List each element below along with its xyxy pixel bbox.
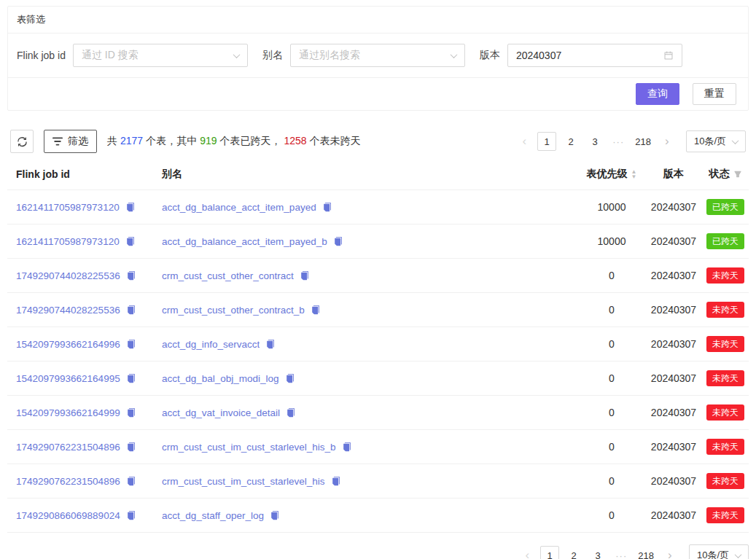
filter-button[interactable]: 筛选 [44, 130, 97, 153]
table-row: 1542097993662164995 acct_dg_bal_obj_modi… [7, 361, 749, 396]
copy-icon[interactable] [311, 305, 321, 315]
refresh-icon [17, 136, 28, 147]
prev-page-button[interactable]: ‹ [516, 132, 532, 151]
alias-link[interactable]: acct_dg_balance_acct_item_payed [162, 202, 316, 213]
flink-job-id-link[interactable]: 1621411705987973120 [16, 236, 120, 247]
priority-cell: 0 [578, 396, 645, 430]
alias-link[interactable]: acct_dg_balance_acct_item_payed_b [162, 236, 327, 247]
page-2-button[interactable]: 2 [561, 132, 580, 151]
flink-job-id-link[interactable]: 1749290744028225536 [16, 305, 120, 316]
summary-part2: 个表，其中 [146, 135, 197, 146]
version-cell: 20240307 [645, 464, 702, 499]
copy-icon[interactable] [126, 373, 136, 383]
last-page-button[interactable]: 218 [635, 546, 657, 559]
version-date-value: 20240307 [516, 50, 561, 61]
total-count: 2177 [120, 135, 143, 146]
alias-link[interactable]: crm_cust_cust_im_cust_starlevel_his_b [162, 442, 336, 453]
refresh-button[interactable] [10, 130, 34, 153]
pagination-bottom: ‹ 1 2 3 ··· 218 › 10条/页 [519, 544, 749, 559]
table-header-row: Flink job id 别名 表优先级 ▲▼ 版本 状态 [7, 159, 749, 190]
copy-icon[interactable] [342, 442, 352, 452]
flink-job-id-link[interactable]: 1621411705987973120 [16, 202, 120, 213]
copy-icon[interactable] [126, 270, 136, 281]
page-size-select[interactable]: 10条/页 [686, 130, 746, 152]
alias-link[interactable]: crm_cust_cust_other_contract [162, 270, 294, 281]
summary-part3: 个表已跨天， [220, 135, 281, 146]
copy-icon[interactable] [285, 373, 295, 383]
column-header-priority: 表优先级 ▲▼ [578, 159, 645, 190]
summary-text: 共2177个表，其中919个表已跨天，1258个表未跨天 [107, 135, 506, 148]
copy-icon[interactable] [126, 339, 136, 349]
page-2-button[interactable]: 2 [564, 546, 583, 559]
copy-icon[interactable] [331, 476, 341, 486]
copy-icon[interactable] [270, 510, 280, 520]
chevron-down-icon [233, 51, 240, 58]
column-header-flink-job-id: Flink job id [7, 159, 153, 190]
alias-placeholder: 通过别名搜索 [299, 49, 360, 62]
status-badge: 未跨天 [706, 336, 744, 352]
filter-actions-row: 查询 重置 [8, 78, 748, 110]
priority-cell: 0 [578, 361, 645, 396]
filter-funnel-icon[interactable] [733, 170, 742, 179]
summary-part1: 共 [107, 135, 117, 146]
version-cell: 20240307 [645, 293, 702, 327]
version-cell: 20240307 [645, 190, 702, 224]
flink-job-id-link[interactable]: 1749290762231504896 [16, 442, 120, 453]
next-page-button[interactable]: › [659, 132, 675, 151]
search-button[interactable]: 查询 [636, 83, 679, 105]
version-cell: 20240307 [645, 361, 702, 396]
alias-select[interactable]: 通过别名搜索 [290, 44, 465, 67]
table-row: 1749290866069889024 acct_dg_staff_oper_l… [7, 499, 749, 533]
alias-label: 别名 [262, 49, 283, 62]
alias-link[interactable]: crm_cust_cust_other_contract_b [162, 305, 305, 316]
status-badge: 已跨天 [706, 199, 744, 215]
page-3-button[interactable]: 3 [588, 546, 607, 559]
filter-panel-title: 表筛选 [8, 7, 748, 34]
flink-job-id-link[interactable]: 1542097993662164995 [16, 373, 120, 384]
flink-job-id-link[interactable]: 1749290744028225536 [16, 270, 120, 281]
copy-icon[interactable] [286, 407, 296, 418]
version-cell: 20240307 [645, 259, 702, 293]
copy-icon[interactable] [333, 236, 343, 246]
flink-job-id-link[interactable]: 1749290866069889024 [16, 510, 120, 521]
copy-icon[interactable] [126, 305, 136, 315]
prev-page-button[interactable]: ‹ [519, 546, 535, 559]
page-3-button[interactable]: 3 [585, 132, 604, 151]
filter-panel: 表筛选 Flink job id 通过 ID 搜索 别名 通过别名搜索 版本 [7, 6, 749, 111]
status-badge: 未跨天 [706, 370, 744, 386]
copy-icon[interactable] [126, 510, 136, 520]
copy-icon[interactable] [126, 442, 136, 452]
field-version: 版本 20240307 [480, 44, 682, 67]
page-ellipsis[interactable]: ··· [612, 550, 630, 559]
alias-link[interactable]: acct_dg_staff_oper_log [162, 510, 264, 521]
page-1-button[interactable]: 1 [537, 132, 556, 151]
crossed-count: 919 [200, 135, 217, 146]
sort-carets-icon[interactable]: ▲▼ [631, 169, 637, 179]
status-badge: 未跨天 [706, 439, 744, 455]
flink-job-id-link[interactable]: 1542097993662164996 [16, 339, 120, 350]
alias-link[interactable]: acct_dg_bal_obj_modi_log [162, 373, 279, 384]
flink-job-id-link[interactable]: 1542097993662164999 [16, 407, 120, 418]
status-header-label: 状态 [709, 168, 730, 181]
alias-link[interactable]: acct_dg_info_servacct [162, 339, 260, 350]
copy-icon[interactable] [265, 339, 276, 349]
copy-icon[interactable] [300, 270, 310, 281]
reset-button[interactable]: 重置 [693, 83, 736, 105]
page-size-select[interactable]: 10条/页 [689, 544, 749, 559]
copy-icon[interactable] [125, 236, 136, 246]
copy-icon[interactable] [126, 407, 136, 418]
copy-icon[interactable] [125, 202, 136, 212]
next-page-button[interactable]: › [662, 546, 678, 559]
copy-icon[interactable] [322, 202, 332, 212]
flink-job-id-link[interactable]: 1749290762231504896 [16, 476, 120, 487]
copy-icon[interactable] [126, 476, 136, 486]
alias-link[interactable]: acct_dg_vat_invoice_detail [162, 407, 280, 418]
page-ellipsis[interactable]: ··· [609, 136, 627, 147]
alias-link[interactable]: crm_cust_cust_im_cust_starlevel_his [162, 476, 325, 487]
table-row: 1749290762231504896 crm_cust_cust_im_cus… [7, 464, 749, 499]
last-page-button[interactable]: 218 [632, 132, 654, 151]
version-date-input[interactable]: 20240307 [507, 44, 682, 67]
page-1-button[interactable]: 1 [540, 546, 559, 559]
flink-job-id-select[interactable]: 通过 ID 搜索 [73, 44, 248, 67]
version-cell: 20240307 [645, 430, 702, 464]
